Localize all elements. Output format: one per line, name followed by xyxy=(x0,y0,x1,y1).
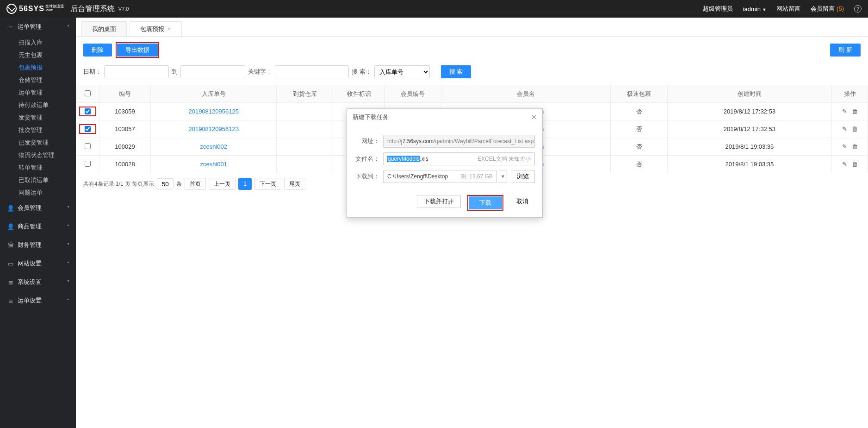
sidebar-item-scan-in[interactable]: 扫描入库 xyxy=(0,36,76,49)
delete-icon[interactable]: 🗑 xyxy=(852,161,858,168)
link-site-message[interactable]: 网站留言 xyxy=(776,5,800,13)
logo-sub-bottom: .com xyxy=(45,8,64,12)
search-by-select[interactable]: 入库单号 xyxy=(374,65,430,78)
url-label: 网址： xyxy=(354,137,379,145)
sidebar-group-system[interactable]: ≣系统设置˅ xyxy=(0,273,76,291)
sidebar-item-problem[interactable]: 问题运单 xyxy=(0,186,76,199)
col-member-id: 会员编号 xyxy=(384,85,441,103)
list-icon: ≣ xyxy=(6,24,15,31)
sidebar-item-shipped[interactable]: 已发货管理 xyxy=(0,136,76,149)
chevron-up-icon: ˄ xyxy=(67,25,69,30)
download-and-open-button[interactable]: 下载并打开 xyxy=(417,195,461,208)
select-all-checkbox[interactable] xyxy=(85,90,91,96)
cell-warehouse xyxy=(277,103,333,120)
edit-icon[interactable]: ✎ xyxy=(842,161,847,168)
sidebar-item-storage[interactable]: 仓储管理 xyxy=(0,74,76,86)
header-right: 超级管理员 iadmin ▼ 网站留言 会员留言 (5) ? xyxy=(703,5,862,13)
tab-desktop[interactable]: 我的桌面 xyxy=(81,21,127,36)
user-menu[interactable]: iadmin ▼ xyxy=(743,6,767,13)
cell-warehouse xyxy=(277,156,333,173)
per-page-input[interactable] xyxy=(157,178,174,189)
sidebar-item-logistics-status[interactable]: 物流状态管理 xyxy=(0,149,76,161)
bank-icon: 🏛 xyxy=(6,242,15,249)
sidebar-group-finance[interactable]: 🏛财务管理˅ xyxy=(0,236,76,254)
sidebar-group-site[interactable]: ▭网站设置˅ xyxy=(0,254,76,273)
order-link[interactable]: 201908120956123 xyxy=(188,126,238,132)
row-checkbox[interactable] xyxy=(85,126,91,132)
search-button[interactable]: 搜 索 xyxy=(441,65,471,78)
browse-button[interactable]: 浏览 xyxy=(511,170,535,183)
order-link[interactable]: zceshi001 xyxy=(200,161,227,168)
sidebar-group-shipment[interactable]: ≣ 运单管理 ˄ xyxy=(0,18,76,36)
logo-mark-icon xyxy=(6,4,17,14)
close-icon[interactable]: ✕ xyxy=(167,26,171,32)
path-input[interactable]: C:\Users\Zengff\Desktop 剩: 13.67 GB xyxy=(383,170,497,183)
dialog-title: 新建下载任务 xyxy=(353,113,389,121)
row-checkbox[interactable] xyxy=(85,161,91,167)
edit-icon[interactable]: ✎ xyxy=(842,143,847,150)
col-created: 创建时间 xyxy=(667,85,832,103)
cell-id: 100029 xyxy=(99,138,150,156)
sidebar-item-unpaid[interactable]: 待付款运单 xyxy=(0,99,76,111)
sidebar-item-batch[interactable]: 批次管理 xyxy=(0,124,76,136)
path-dropdown-icon[interactable]: ▼ xyxy=(499,170,507,183)
sidebar-item-cancelled[interactable]: 已取消运单 xyxy=(0,174,76,186)
cell-fast: 否 xyxy=(611,103,667,120)
refresh-button[interactable]: 刷 新 xyxy=(830,44,861,57)
cell-id: 103057 xyxy=(99,120,150,138)
cell-fast: 否 xyxy=(611,156,667,173)
delete-button[interactable]: 删除 xyxy=(83,44,112,57)
per-page-suffix: 条 xyxy=(176,180,182,188)
pager-summary: 共有4条记录 1/1 页 每页展示 xyxy=(83,180,154,188)
cell-warehouse xyxy=(277,120,333,138)
download-button[interactable]: 下载 xyxy=(469,196,502,209)
row-checkbox[interactable] xyxy=(85,143,91,149)
url-input[interactable]: http://j7.56sys.com/qadmin/Waybill/Parce… xyxy=(383,135,535,148)
cell-warehouse xyxy=(277,138,333,156)
page-first-button[interactable]: 首页 xyxy=(185,178,206,190)
cell-created: 2019/8/1 19:03:35 xyxy=(667,138,832,156)
export-button[interactable]: 导出数据 xyxy=(117,44,158,57)
chevron-down-icon: ˅ xyxy=(67,280,69,285)
filename-input[interactable]: queryModels.xls EXCEL文档 未知大小 xyxy=(383,152,535,165)
order-link[interactable]: 201908120956125 xyxy=(188,108,238,115)
cancel-button[interactable]: 取消 xyxy=(510,195,535,208)
col-id: 编号 xyxy=(99,85,150,103)
page-next-button[interactable]: 下一页 xyxy=(254,178,281,190)
sidebar-group-shipment-settings[interactable]: ≣运单设置˅ xyxy=(0,291,76,310)
sidebar-item-dispatch[interactable]: 发货管理 xyxy=(0,111,76,124)
sidebar-group-product[interactable]: 👤商品管理˅ xyxy=(0,217,76,236)
highlight-download: 下载 xyxy=(467,195,503,211)
date-to-input[interactable] xyxy=(180,65,245,78)
filename-label: 文件名： xyxy=(354,155,379,163)
search-by-label: 搜 索： xyxy=(352,68,372,76)
delete-icon[interactable]: 🗑 xyxy=(852,126,858,132)
page-number-button[interactable]: 1 xyxy=(238,178,252,190)
link-member-message[interactable]: 会员留言 (5) xyxy=(811,5,844,13)
edit-icon[interactable]: ✎ xyxy=(842,108,847,115)
delete-icon[interactable]: 🗑 xyxy=(852,108,858,115)
help-icon[interactable]: ? xyxy=(854,5,862,13)
date-from-input[interactable] xyxy=(104,65,169,78)
cell-created: 2019/8/12 17:32:53 xyxy=(667,120,832,138)
sidebar-group-member[interactable]: 👤会员管理˅ xyxy=(0,199,76,217)
content: 我的桌面 包裹预报✕ 删除 导出数据 刷 新 日期： 到 关键字： 搜 索： 入… xyxy=(76,18,868,428)
sidebar-item-shipment[interactable]: 运单管理 xyxy=(0,86,76,99)
row-checkbox[interactable] xyxy=(85,108,91,114)
page-prev-button[interactable]: 上一页 xyxy=(209,178,236,190)
logo-text: 56SYS xyxy=(19,5,44,13)
sidebar-item-transfer[interactable]: 转单管理 xyxy=(0,161,76,174)
keyword-input[interactable] xyxy=(275,65,349,78)
dialog-close-icon[interactable]: ✕ xyxy=(531,113,537,121)
sidebar-item-parcel-forecast[interactable]: 包裹预报 xyxy=(0,61,76,74)
tab-parcel-forecast[interactable]: 包裹预报✕ xyxy=(130,21,182,36)
sidebar-item-unowned[interactable]: 无主包裹 xyxy=(0,49,76,61)
page-last-button[interactable]: 尾页 xyxy=(284,178,305,190)
edit-icon[interactable]: ✎ xyxy=(842,126,847,132)
cell-id: 100028 xyxy=(99,156,150,173)
cell-created: 2019/8/12 17:32:53 xyxy=(667,103,832,120)
order-link[interactable]: zceshi002 xyxy=(200,143,227,150)
col-mark: 收件标识 xyxy=(333,85,384,103)
delete-icon[interactable]: 🗑 xyxy=(852,143,858,150)
system-title: 后台管理系统 xyxy=(70,4,115,14)
